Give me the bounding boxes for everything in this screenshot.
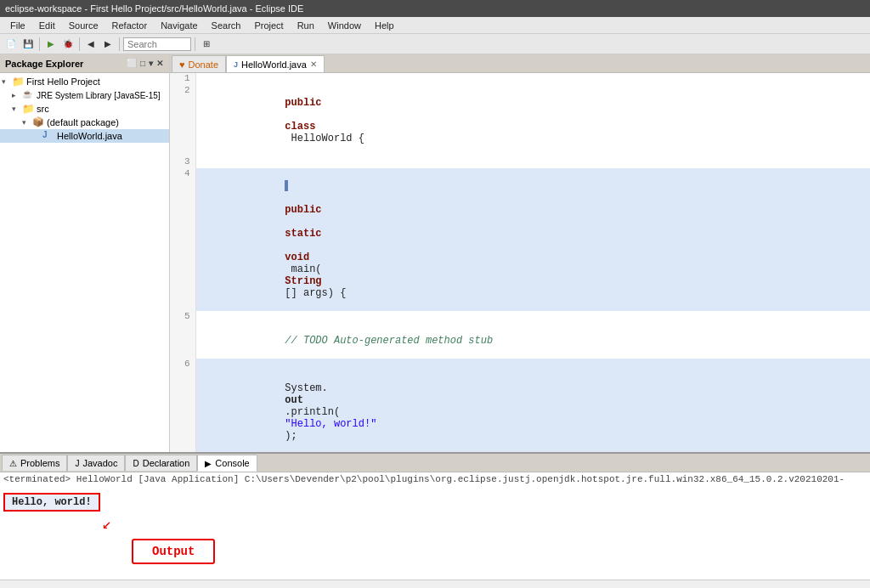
line-4: 4 public static void main( String [] xyxy=(170,168,870,311)
pkg-label: (default package) xyxy=(47,117,119,127)
console-content: <terminated> HelloWorld [Java Applicatio… xyxy=(0,472,870,580)
pe-tree: ▾ 📁 First Hello Project ▸ ☕ JRE System L… xyxy=(0,73,169,452)
toolbar-sep-2 xyxy=(79,37,80,51)
toolbar-save-btn[interactable]: 💾 xyxy=(20,37,36,52)
console-output-area: Hello, world! xyxy=(3,488,867,512)
package-explorer: Package Explorer ⬜ □ ▾ ✕ ▾ 📁 First Hello… xyxy=(0,54,170,452)
kw-class: class xyxy=(285,121,315,133)
menu-window[interactable]: Window xyxy=(321,19,368,32)
code-table: 1 2 public class HelloWorld { 3 xyxy=(170,73,870,452)
donate-tab[interactable]: ♥ Donate xyxy=(172,55,226,72)
toolbar-sep-1 xyxy=(39,37,40,51)
menu-run[interactable]: Run xyxy=(291,19,321,32)
title-text: eclipse-workspace - First Hello Project/… xyxy=(5,3,303,14)
line-num-4: 4 xyxy=(170,168,195,311)
code-editor[interactable]: 1 2 public class HelloWorld { 3 xyxy=(170,73,870,452)
toolbar-new-btn[interactable]: 📄 xyxy=(3,37,19,52)
tree-pkg[interactable]: ▾ 📦 (default package) xyxy=(0,116,169,129)
javadoc-icon: J xyxy=(75,459,79,468)
file-label: HelloWorld.java xyxy=(57,131,122,141)
project-label: First Hello Project xyxy=(26,76,100,87)
editor-tabs: ♥ Donate J HelloWorld.java ✕ xyxy=(170,54,870,73)
menu-help[interactable]: Help xyxy=(368,19,401,32)
tree-project[interactable]: ▾ 📁 First Hello Project xyxy=(0,75,169,88)
line-content-4: public static void main( String [] args)… xyxy=(195,168,870,311)
output-label: Output xyxy=(132,539,215,564)
menu-file[interactable]: File xyxy=(3,19,32,32)
line-content-5: // TODO Auto-generated method stub xyxy=(195,311,870,359)
main-area: Package Explorer ⬜ □ ▾ ✕ ▾ 📁 First Hello… xyxy=(0,54,870,452)
tab-declaration-label: Declaration xyxy=(143,458,190,468)
line-num-3: 3 xyxy=(170,156,195,168)
menu-source[interactable]: Source xyxy=(62,19,105,32)
menu-edit[interactable]: Edit xyxy=(32,19,62,32)
jre-arrow: ▸ xyxy=(12,91,22,99)
bottom-scroll[interactable] xyxy=(0,580,870,588)
file-tab[interactable]: J HelloWorld.java ✕ xyxy=(226,55,325,72)
menu-navigate[interactable]: Navigate xyxy=(154,19,204,32)
project-arrow: ▾ xyxy=(2,77,12,86)
jre-icon: ☕ xyxy=(22,89,34,101)
line-6: 6 System. out .println( "Hello, world!" … xyxy=(170,359,870,452)
line-num-1: 1 xyxy=(170,73,195,85)
line-content-2: public class HelloWorld { xyxy=(195,85,870,156)
menu-refactor[interactable]: Refactor xyxy=(105,19,155,32)
pe-header: Package Explorer ⬜ □ ▾ ✕ xyxy=(0,54,169,73)
editor-area: ♥ Donate J HelloWorld.java ✕ 1 2 xyxy=(170,54,870,452)
toolbar-fwd-btn[interactable]: ▶ xyxy=(100,37,116,52)
line-num-2: 2 xyxy=(170,85,195,156)
pe-header-icons: ⬜ □ ▾ ✕ xyxy=(126,59,164,68)
jre-label: JRE System Library [JavaSE-15] xyxy=(37,91,161,100)
line-num-6: 6 xyxy=(170,359,195,452)
line-num-5: 5 xyxy=(170,311,195,359)
src-icon: 📁 xyxy=(22,103,34,115)
toolbar-debug-btn[interactable]: 🐞 xyxy=(60,37,76,52)
tree-jre[interactable]: ▸ ☕ JRE System Library [JavaSE-15] xyxy=(0,88,169,102)
line-content-3 xyxy=(195,156,870,168)
donate-icon: ♥ xyxy=(179,59,185,70)
tab-declaration[interactable]: D Declaration xyxy=(125,455,197,472)
tree-src[interactable]: ▾ 📁 src xyxy=(0,102,169,116)
line-2: 2 public class HelloWorld { xyxy=(170,85,870,156)
pe-minimize-btn[interactable]: ⬜ xyxy=(126,59,138,68)
menu-bar: File Edit Source Refactor Navigate Searc… xyxy=(0,17,870,34)
pkg-arrow: ▾ xyxy=(22,118,32,127)
pe-maximize-btn[interactable]: □ xyxy=(139,59,146,68)
line-5: 5 // TODO Auto-generated method stub xyxy=(170,311,870,359)
console-terminated-text: <terminated> HelloWorld [Java Applicatio… xyxy=(3,474,867,484)
title-bar: eclipse-workspace - First Hello Project/… xyxy=(0,0,870,17)
tab-console-label: Console xyxy=(215,458,249,468)
tab-javadoc[interactable]: J Javadoc xyxy=(67,455,125,472)
kw-public: public xyxy=(285,97,321,109)
toolbar-sep-4 xyxy=(195,37,195,51)
src-label: src xyxy=(37,104,49,114)
pe-menu-btn[interactable]: ▾ xyxy=(148,59,154,68)
toolbar-run-btn[interactable]: ▶ xyxy=(43,37,59,52)
java-file-icon: J xyxy=(42,130,54,142)
arrow-down-icon: ↙ xyxy=(102,514,111,533)
bottom-panel: ⚠ Problems J Javadoc D Declaration ▶ Con… xyxy=(0,452,870,588)
tab-problems-label: Problems xyxy=(20,458,59,468)
project-icon: 📁 xyxy=(12,76,24,88)
search-input[interactable] xyxy=(123,37,191,51)
donate-label: Donate xyxy=(189,59,218,70)
toolbar-back-btn[interactable]: ◀ xyxy=(83,37,99,52)
line-3: 3 xyxy=(170,156,870,168)
tab-javadoc-label: Javadoc xyxy=(82,458,117,468)
pe-close-btn[interactable]: ✕ xyxy=(155,59,164,68)
toolbar-perspective-btn[interactable]: ⊞ xyxy=(199,37,214,52)
line-1: 1 xyxy=(170,73,870,85)
toolbar: 📄 💾 ▶ 🐞 ◀ ▶ ⊞ xyxy=(0,34,870,54)
tab-java-icon: J xyxy=(234,60,238,69)
tab-close-btn[interactable]: ✕ xyxy=(310,59,317,69)
tree-file[interactable]: J HelloWorld.java xyxy=(0,129,169,143)
problems-icon: ⚠ xyxy=(9,459,17,468)
bottom-tabs: ⚠ Problems J Javadoc D Declaration ▶ Con… xyxy=(0,454,870,472)
menu-project[interactable]: Project xyxy=(247,19,290,32)
pe-title: Package Explorer xyxy=(5,59,83,69)
menu-search[interactable]: Search xyxy=(205,19,248,32)
tab-problems[interactable]: ⚠ Problems xyxy=(2,455,67,472)
tab-console[interactable]: ▶ Console xyxy=(197,455,257,472)
toolbar-sep-3 xyxy=(119,37,120,51)
line-indicator-4 xyxy=(285,180,288,191)
